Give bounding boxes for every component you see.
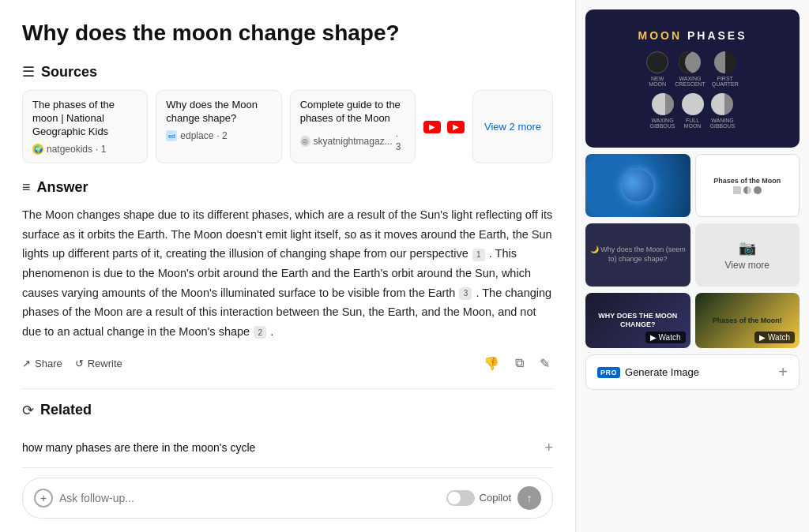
youtube-icon-1: ▶ [423, 121, 441, 133]
sources-title: Sources [41, 64, 97, 81]
moon-item-full: FULLMOON [682, 93, 704, 129]
sources-header: ☰ Sources [22, 63, 553, 81]
source-title-1: The phases of the moon | National Geogra… [32, 99, 137, 139]
share-label: Share [35, 358, 62, 369]
why-moon-caption: 🌙 Why does the Moon (seem to) change sha… [589, 245, 687, 264]
moon-new-label: NEWMOON [649, 76, 666, 87]
rewrite-label: Rewrite [88, 358, 122, 369]
rewrite-icon: ↺ [75, 358, 84, 369]
citation-2[interactable]: 2 [254, 326, 266, 339]
action-left: ↗ Share ↺ Rewrite [22, 354, 122, 373]
moon-new-circle [646, 51, 668, 73]
moon-item-first-quarter: FIRSTQUARTER [712, 51, 739, 87]
phases-video-thumb[interactable]: Phases of the Moon! ▶ Watch [695, 293, 800, 348]
answer-body: The Moon changes shape due to its differ… [22, 205, 553, 341]
moon-full-label: FULLMOON [684, 118, 702, 129]
why-does-video-thumb[interactable]: WHY DOES THE MOON CHANGE? ▶ Watch [585, 293, 690, 348]
generate-image-bar[interactable]: PRO Generate Image + [585, 354, 800, 390]
sources-icon: ☰ [22, 63, 35, 81]
why-moon-inner: 🌙 Why does the Moon (seem to) change sha… [585, 223, 690, 287]
view-more-label: View more [725, 260, 769, 271]
source-domain-3: skyatnightmagaz... [314, 136, 393, 147]
copilot-label: Copilot [480, 492, 511, 504]
moon-waxing-crescent-label: WAXINGCRESCENT [675, 76, 706, 87]
toggle-knob [448, 492, 461, 504]
source-title-3: Complete guide to the phases of the Moon [300, 99, 405, 126]
watch-label-2: Watch [768, 333, 790, 342]
copilot-toggle: Copilot [446, 490, 511, 506]
moon-item-waning-gibbous: WANINGGIBBOUS [710, 93, 736, 129]
send-button[interactable]: ↑ [517, 486, 541, 510]
moon-first-quarter-label: FIRSTQUARTER [712, 76, 739, 87]
followup-container: + Copilot ↑ [22, 478, 553, 519]
moon-waxing-gibbous-label: WAXINGGIBBOUS [650, 118, 675, 129]
phases-video-title: Phases of the Moon! [713, 317, 782, 325]
earth-moon-inner [585, 154, 690, 217]
generate-left: PRO Generate Image [597, 366, 699, 378]
copy-button[interactable]: ⧉ [512, 354, 527, 372]
source-favicon-1: 🌍 [32, 144, 43, 155]
moon-phases-row-1: NEWMOON WAXINGCRESCENT FIRSTQUARTER [646, 51, 739, 87]
sources-section: ☰ Sources The phases of the moon | Natio… [22, 63, 553, 163]
view-more-thumb[interactable]: 📷 View more [695, 223, 800, 287]
left-panel: Why does the moon change shape? ☰ Source… [0, 0, 576, 532]
rewrite-button[interactable]: ↺ Rewrite [75, 354, 122, 373]
followup-plus-button[interactable]: + [34, 489, 53, 508]
source-domain-2: edplace [180, 130, 213, 141]
action-right: 👎 ⧉ ✎ [480, 354, 553, 373]
view-more-sources[interactable]: View 2 more [472, 90, 553, 163]
edit-button[interactable]: ✎ [536, 354, 553, 373]
why-video-watch-badge: ▶ Watch [645, 332, 686, 343]
related-header: ⟳ Related [22, 402, 553, 419]
why-moon-thumb[interactable]: 🌙 Why does the Moon (seem to) change sha… [585, 223, 690, 287]
moon-waxing-gibbous-circle [652, 93, 674, 115]
moon-item-new: NEWMOON [646, 51, 668, 87]
source-domain-1: natgeokids [47, 144, 92, 155]
related-item-text-1: how many phases are there in the moon's … [22, 441, 255, 454]
source-card-3[interactable]: Complete guide to the phases of the Moon… [290, 90, 416, 163]
related-expand-icon-1: + [544, 440, 553, 456]
related-title: Related [40, 402, 92, 418]
view-more-inner: 📷 View more [695, 223, 800, 287]
phases-diagram-text: Phases of the Moon [710, 174, 784, 197]
source-meta-1: 🌍 natgeokids · 1 [32, 144, 137, 155]
share-icon: ↗ [22, 358, 31, 369]
followup-input[interactable] [59, 492, 440, 504]
source-favicon-3: ◎ [300, 136, 310, 147]
generate-plus-icon: + [778, 363, 788, 381]
source-meta-3: ◎ skyatnightmagaz... · 3 [300, 130, 405, 152]
moon-waning-gibbous-label: WANINGGIBBOUS [710, 118, 736, 129]
action-bar: ↗ Share ↺ Rewrite 👎 ⧉ ✎ [22, 354, 553, 373]
moon-item-waxing-gibbous: WAXINGGIBBOUS [650, 93, 675, 129]
moon-title-highlight: MOON [638, 29, 682, 42]
related-icon: ⟳ [22, 402, 34, 419]
sources-grid: The phases of the moon | National Geogra… [22, 90, 553, 163]
video-grid: WHY DOES THE MOON CHANGE? ▶ Watch Phases… [585, 293, 800, 348]
phases-diagram-thumb[interactable]: Phases of the Moon [695, 154, 800, 217]
related-item-1[interactable]: how many phases are there in the moon's … [22, 429, 553, 468]
moon-waning-gibbous-circle [711, 93, 733, 115]
moon-phases-image[interactable]: MOON PHASES NEWMOON WAXINGCRESCENT FIRST… [585, 9, 800, 148]
watch-icon-1: ▶ [650, 333, 657, 342]
copilot-switch[interactable] [446, 490, 475, 506]
share-button[interactable]: ↗ Share [22, 354, 62, 373]
moon-first-quarter-circle [714, 51, 736, 73]
camera-icon: 📷 [739, 239, 756, 257]
right-panel: MOON PHASES NEWMOON WAXINGCRESCENT FIRST… [576, 0, 809, 532]
thumbs-down-button[interactable]: 👎 [480, 354, 502, 373]
source-title-2: Why does the Moon change shape? [166, 99, 271, 126]
source-number-2: · 2 [216, 130, 227, 141]
source-card-2[interactable]: Why does the Moon change shape? ed edpla… [156, 90, 281, 163]
watch-icon-2: ▶ [759, 333, 766, 342]
citation-1[interactable]: 1 [472, 249, 485, 261]
answer-header: ≡ Answer [22, 179, 553, 196]
related-section: ⟳ Related how many phases are there in t… [22, 402, 553, 468]
answer-title: Answer [37, 179, 88, 196]
citation-3[interactable]: 3 [459, 287, 472, 300]
source-number-1: · 1 [96, 144, 106, 155]
view-more-link: View more [725, 260, 769, 271]
earth-visual [622, 170, 653, 201]
source-card-1[interactable]: The phases of the moon | National Geogra… [22, 90, 148, 163]
earth-moon-thumb[interactable] [585, 154, 690, 217]
answer-icon: ≡ [22, 179, 31, 196]
